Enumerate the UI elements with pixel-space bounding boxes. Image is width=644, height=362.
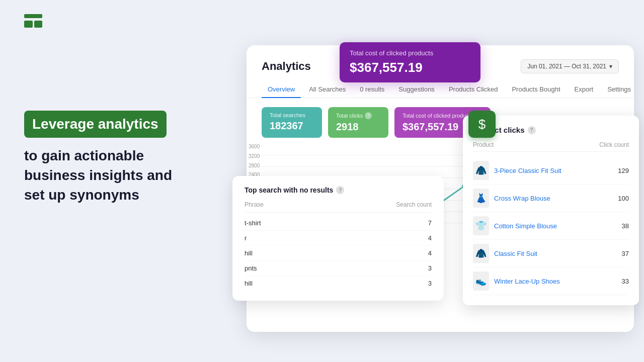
count-5: 3 bbox=[428, 280, 432, 287]
stat-total-clicks: Total clicks ? 2918 bbox=[328, 107, 388, 138]
no-results-card: Top search with no results ? Phrase Sear… bbox=[232, 176, 444, 301]
date-range-text: Jun 01, 2021 — Oct 31, 2021 bbox=[527, 63, 606, 70]
phrase-4: pnts bbox=[245, 264, 257, 272]
count-col-header: Search count bbox=[396, 201, 432, 208]
stat-clicks-label: Total clicks bbox=[336, 113, 363, 119]
stat-searches-label: Total searches bbox=[270, 112, 305, 118]
cost-tooltip-card: Total cost of clicked products $367,557.… bbox=[340, 42, 480, 82]
phrase-3: hill bbox=[245, 249, 253, 257]
product-row: 👕 Cotton Simple Blouse 38 bbox=[473, 212, 629, 240]
product-name-1[interactable]: 3-Piece Classic Fit Suit bbox=[494, 167, 613, 174]
product-thumb-2: 👗 bbox=[473, 189, 489, 208]
tab-products-clicked[interactable]: Products Clicked bbox=[443, 81, 504, 98]
count-3: 4 bbox=[428, 249, 432, 257]
stat-searches-value: 182367 bbox=[270, 120, 314, 132]
date-picker[interactable]: Jun 01, 2021 — Oct 31, 2021 ▾ bbox=[521, 59, 619, 73]
product-count-5: 33 bbox=[622, 278, 629, 285]
product-count-1: 129 bbox=[618, 167, 629, 174]
analytics-title: Analytics bbox=[262, 60, 311, 73]
y-label: 3200 bbox=[249, 153, 260, 159]
stat-clicks-value: 2918 bbox=[336, 121, 380, 133]
y-label: 3600 bbox=[249, 144, 260, 149]
table-row: hill 3 bbox=[245, 276, 432, 291]
stat-cost-label: Total cost of clicked products bbox=[403, 113, 473, 119]
product-name-2[interactable]: Cross Wrap Blouse bbox=[494, 195, 613, 202]
product-row: 👟 Winter Lace-Up Shoes 33 bbox=[473, 267, 629, 295]
tab-export[interactable]: Export bbox=[569, 81, 600, 98]
table-row: hill 4 bbox=[245, 246, 432, 261]
product-row: 🧥 3-Piece Classic Fit Suit 129 bbox=[473, 157, 629, 185]
highlight-box: Leverage analytics bbox=[24, 111, 167, 138]
nav-tabs: Overview All Searches 0 results Suggesti… bbox=[247, 81, 634, 98]
product-clicks-panel: Product clicks ? Product Click count 🧥 3… bbox=[463, 116, 639, 305]
product-name-4[interactable]: Classic Fit Suit bbox=[494, 250, 617, 257]
left-content: Leverage analytics to gain actionablebus… bbox=[24, 111, 220, 205]
count-2: 4 bbox=[428, 234, 432, 242]
product-col-header: Product bbox=[473, 141, 494, 148]
no-results-title-text: Top search with no results bbox=[245, 186, 333, 194]
product-row: 🧥 Classic Fit Suit 37 bbox=[473, 240, 629, 267]
tab-0-results[interactable]: 0 results bbox=[354, 81, 390, 98]
help-icon-product-clicks[interactable]: ? bbox=[528, 126, 536, 134]
stat-total-searches: Total searches 182367 bbox=[262, 107, 322, 138]
table-row: r 4 bbox=[245, 231, 432, 246]
phrase-col-header: Phrase bbox=[245, 201, 264, 208]
table-row: t-shirt 7 bbox=[245, 216, 432, 231]
product-thumb-1: 🧥 bbox=[473, 161, 489, 180]
product-row: 👗 Cross Wrap Blouse 100 bbox=[473, 185, 629, 212]
highlight-text: Leverage analytics bbox=[32, 116, 158, 132]
tab-suggestions[interactable]: Suggestions bbox=[392, 81, 441, 98]
y-label: 2800 bbox=[249, 163, 260, 168]
phrase-2: r bbox=[245, 234, 247, 242]
product-thumb-4: 🧥 bbox=[473, 244, 489, 263]
product-count-4: 37 bbox=[622, 250, 629, 257]
clicks-col-header: Click count bbox=[599, 141, 629, 148]
tooltip-title: Total cost of clicked products bbox=[350, 49, 470, 57]
table-row: pnts 3 bbox=[245, 261, 432, 276]
tab-overview[interactable]: Overview bbox=[262, 81, 301, 98]
count-1: 7 bbox=[428, 219, 432, 227]
help-icon-clicks[interactable]: ? bbox=[365, 112, 372, 119]
phrase-5: hill bbox=[245, 280, 253, 287]
product-name-3[interactable]: Cotton Simple Blouse bbox=[494, 222, 617, 230]
dollar-icon: $ bbox=[468, 111, 496, 138]
body-text: to gain actionablebusiness insights ands… bbox=[24, 146, 220, 205]
tab-settings[interactable]: Settings bbox=[601, 81, 634, 98]
product-thumb-5: 👟 bbox=[473, 272, 489, 291]
tooltip-value: $367,557.19 bbox=[350, 60, 470, 75]
tab-all-searches[interactable]: All Searches bbox=[303, 81, 352, 98]
tab-products-bought[interactable]: Products Bought bbox=[506, 81, 566, 98]
product-count-2: 100 bbox=[618, 195, 629, 202]
logo bbox=[24, 14, 42, 28]
product-count-3: 38 bbox=[622, 222, 629, 230]
product-thumb-3: 👕 bbox=[473, 216, 489, 235]
product-name-5[interactable]: Winter Lace-Up Shoes bbox=[494, 278, 617, 285]
chevron-down-icon: ▾ bbox=[609, 63, 612, 70]
phrase-1: t-shirt bbox=[245, 219, 261, 227]
count-4: 3 bbox=[428, 264, 432, 272]
help-icon-no-results[interactable]: ? bbox=[336, 186, 344, 194]
